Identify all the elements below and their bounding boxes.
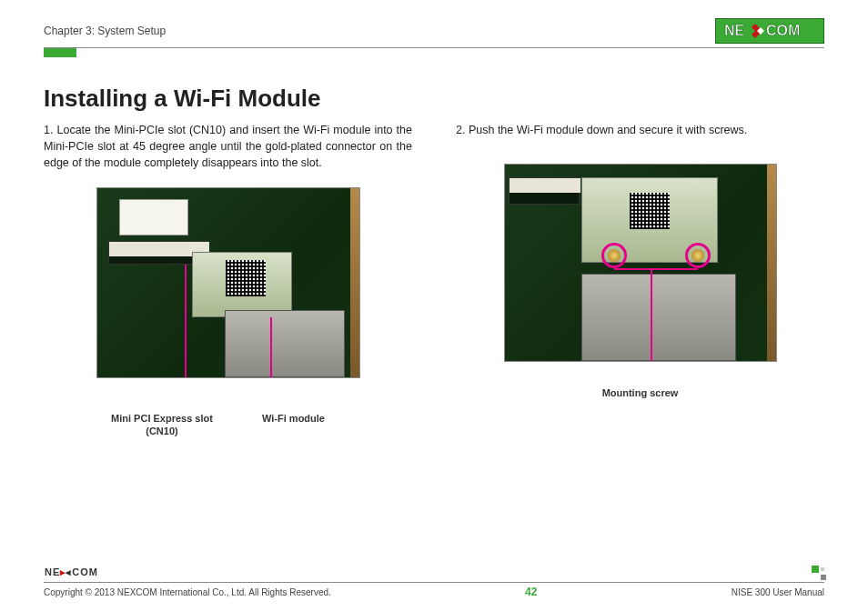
slot-sticker-2 — [510, 178, 580, 193]
board-photo-2 — [504, 164, 777, 362]
slot-strip-2 — [509, 177, 580, 205]
caption-slot: Mini PCI Express slot (CN10) — [96, 413, 228, 438]
wifi-module-card — [192, 252, 292, 317]
svg-text:NE: NE — [724, 23, 745, 38]
screw-highlight-right — [685, 243, 711, 268]
doc-title: NISE 300 User Manual — [732, 587, 824, 597]
leader-line-module — [270, 317, 272, 378]
caption-screw: Mounting screw — [602, 387, 679, 398]
copyright-text: Copyright © 2013 NEXCOM International Co… — [44, 587, 331, 597]
board-photo-1 — [96, 187, 360, 378]
leader-line-screw-h — [614, 268, 698, 270]
shield-plate — [225, 310, 345, 377]
board-edge — [350, 188, 359, 377]
page-footer: NE ▸◂ COM Copyright © 2013 NEXCOM Intern… — [44, 563, 824, 598]
leader-line-screw — [651, 268, 652, 362]
page-number: 42 — [525, 586, 537, 598]
screw-highlight-left — [601, 243, 627, 268]
chip-label — [119, 199, 188, 235]
leader-line-slot — [185, 265, 187, 378]
svg-text:COM: COM — [766, 23, 800, 38]
qr-code-icon-2 — [630, 193, 670, 229]
board-edge-2 — [767, 165, 776, 361]
brand-logo: NE COM — [715, 18, 824, 44]
footer-logo: NE ▸◂ COM — [44, 564, 107, 580]
figure-1: Mini PCI Express slot (CN10) Wi-Fi modul… — [44, 187, 412, 438]
step-1-text: Locate the Mini-PCIe slot (CN10) and ins… — [44, 124, 412, 169]
caption-module: Wi-Fi module — [239, 413, 348, 438]
footer-ornament-icon — [812, 566, 828, 582]
figure-2: Mounting screw — [456, 164, 824, 398]
step-2-text: Push the Wi-Fi module down and secure it… — [469, 124, 747, 136]
page-title: Installing a Wi-Fi Module — [44, 85, 824, 113]
qr-code-icon — [226, 260, 266, 296]
step-1: 1. Locate the Mini-PCIe slot (CN10) and … — [44, 122, 412, 171]
step-2: 2. Push the Wi-Fi module down and secure… — [456, 122, 824, 138]
step-1-num: 1. — [44, 124, 53, 136]
chapter-label: Chapter 3: System Setup — [44, 25, 166, 37]
shield-plate-2 — [581, 274, 736, 361]
step-2-num: 2. — [456, 124, 465, 136]
accent-tab — [44, 48, 76, 57]
